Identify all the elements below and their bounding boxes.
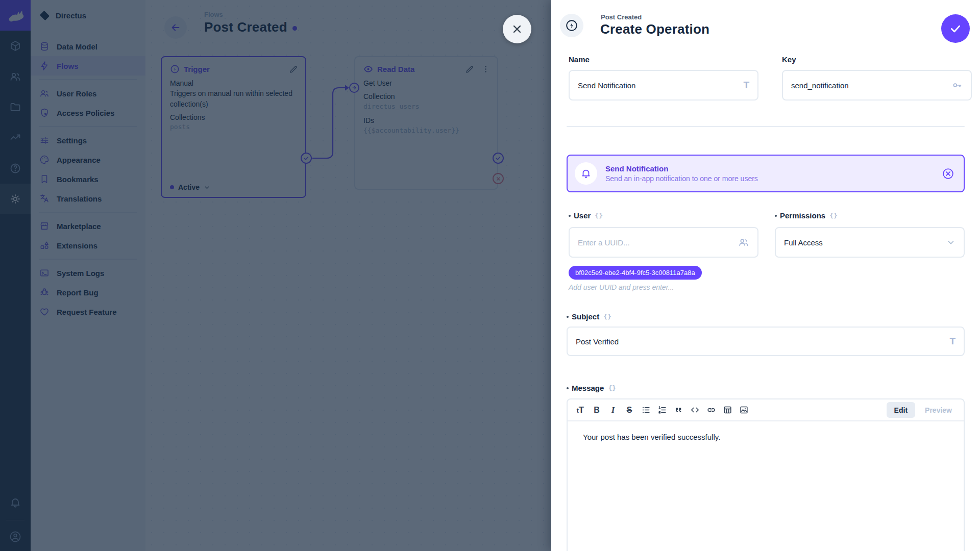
operation-type-banner[interactable]: Send Notification Send an in-app notific… xyxy=(567,155,965,192)
bullet-list-icon xyxy=(641,405,651,415)
strikethrough-button[interactable]: S xyxy=(622,403,637,418)
drawer-backdrop[interactable] xyxy=(0,0,551,551)
image-icon xyxy=(739,405,749,415)
blockquote-button[interactable] xyxy=(671,403,686,418)
editor-edit-tab[interactable]: Edit xyxy=(887,402,915,418)
edited-dot xyxy=(567,316,569,318)
close-icon xyxy=(511,23,523,35)
close-drawer-button[interactable] xyxy=(503,15,531,43)
operation-bolt-icon xyxy=(560,14,583,37)
link-button[interactable] xyxy=(703,403,719,418)
bold-icon: B xyxy=(594,406,600,415)
drawer-breadcrumb: Post Created xyxy=(601,13,642,21)
italic-button[interactable]: I xyxy=(605,403,621,418)
key-field xyxy=(782,70,972,101)
message-textarea[interactable]: Your post has been verified successfully… xyxy=(568,421,964,453)
save-button[interactable] xyxy=(941,14,970,43)
markdown-editor: tT B I S Edit Preview Your post has been… xyxy=(567,398,965,551)
raw-value-icon[interactable]: {} xyxy=(829,212,838,219)
text-type-icon: T xyxy=(743,80,749,91)
link-icon xyxy=(706,405,716,415)
user-uuid-input[interactable] xyxy=(578,238,738,247)
key-icon xyxy=(951,80,963,91)
create-operation-drawer: Post Created Create Operation Name Key T xyxy=(551,0,980,551)
directus-app: Directus Data Model Flows User Roles Acc… xyxy=(0,0,980,551)
message-label: Message {} xyxy=(572,384,616,392)
image-button[interactable] xyxy=(736,403,751,418)
blockquote-icon xyxy=(674,405,683,415)
section-divider xyxy=(567,126,965,127)
permissions-value: Full Access xyxy=(784,238,823,247)
people-icon xyxy=(738,237,749,248)
text-type-icon: T xyxy=(949,336,955,347)
deselect-operation-icon[interactable] xyxy=(942,167,954,180)
user-helper-text: Add user UUID and press enter... xyxy=(569,283,674,291)
subject-label: Subject {} xyxy=(572,312,611,321)
name-label: Name xyxy=(569,55,590,64)
numbered-list-icon xyxy=(657,405,667,415)
chevron-down-icon xyxy=(946,238,955,247)
edited-dot xyxy=(569,215,571,217)
key-input[interactable] xyxy=(791,81,951,90)
permissions-select[interactable]: Full Access xyxy=(775,227,965,258)
edited-dot xyxy=(567,387,569,389)
check-icon xyxy=(949,22,962,35)
italic-icon: I xyxy=(611,405,615,415)
bold-button[interactable]: B xyxy=(589,403,604,418)
editor-toolbar: tT B I S Edit Preview xyxy=(568,399,964,421)
drawer-title: Create Operation xyxy=(600,21,709,37)
code-icon xyxy=(690,405,700,415)
numbered-list-button[interactable] xyxy=(654,403,670,418)
raw-value-icon[interactable]: {} xyxy=(603,313,611,320)
format-size-button[interactable]: tT xyxy=(573,403,588,418)
permissions-label: Permissions {} xyxy=(780,211,838,220)
notification-bell-icon xyxy=(575,162,597,185)
name-input[interactable] xyxy=(578,81,743,90)
editor-preview-tab[interactable]: Preview xyxy=(917,402,960,418)
operation-type-title: Send Notification xyxy=(605,164,934,173)
user-label: User {} xyxy=(574,211,603,220)
bullet-list-button[interactable] xyxy=(638,403,653,418)
name-field: T xyxy=(569,70,758,101)
user-field xyxy=(569,227,758,258)
key-label: Key xyxy=(782,55,796,64)
user-uuid-chip[interactable]: bf02c5e9-ebe2-4bf4-9fc5-3c00811a7a8a xyxy=(569,266,702,280)
table-icon xyxy=(723,405,732,415)
format-size-icon: tT xyxy=(577,405,584,415)
strikethrough-icon: S xyxy=(627,406,632,415)
raw-value-icon[interactable]: {} xyxy=(595,212,603,219)
subject-field: T xyxy=(567,327,965,356)
table-button[interactable] xyxy=(720,403,735,418)
operation-type-description: Send an in-app notification to one or mo… xyxy=(605,174,934,183)
subject-input[interactable] xyxy=(576,337,949,346)
code-button[interactable] xyxy=(687,403,702,418)
edited-dot xyxy=(775,215,777,217)
raw-value-icon[interactable]: {} xyxy=(608,384,616,392)
